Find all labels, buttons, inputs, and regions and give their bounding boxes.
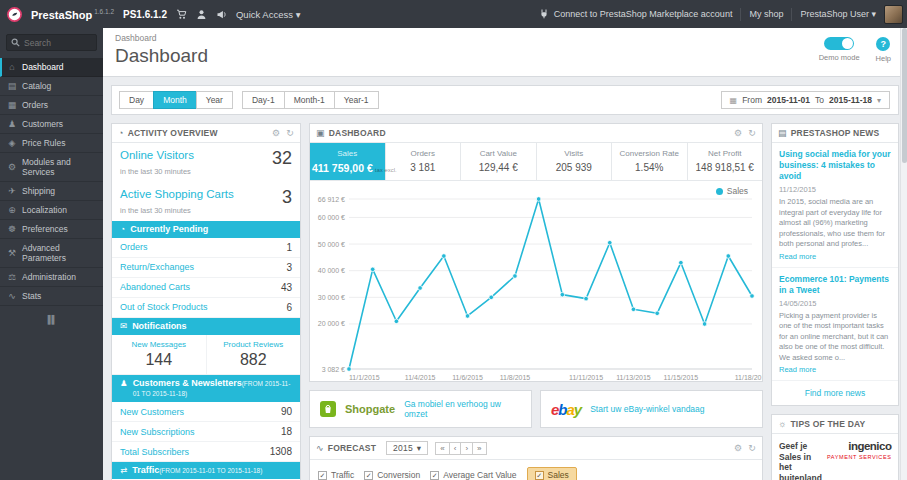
- kpi-net-profit[interactable]: Net Profit 148 918,51 €: [688, 143, 763, 180]
- date-range-picker[interactable]: ▦ From 2015-11-01 To 2015-11-18 ▾: [721, 91, 890, 109]
- new-customers-link[interactable]: New Customers: [120, 407, 184, 417]
- refresh-icon[interactable]: ↻: [286, 128, 294, 138]
- filter-day-button[interactable]: Day: [119, 91, 154, 109]
- marketplace-link[interactable]: Connect to PrestaShop Marketplace accoun…: [539, 9, 733, 19]
- sidebar-item-shipping[interactable]: ✈Shipping: [0, 182, 103, 201]
- sidebar-item-label: Catalog: [22, 81, 51, 91]
- forecast-legend-traffic[interactable]: ✓Traffic: [318, 470, 354, 480]
- news-article-title-link[interactable]: Ecommerce 101: Payments in a Tweet: [779, 274, 891, 296]
- ebay-link[interactable]: Start uw eBay-winkel vandaag: [590, 404, 704, 414]
- new-messages-cell[interactable]: New Messages 144: [112, 335, 206, 374]
- period-button-group: Day Month Year: [120, 91, 233, 109]
- quick-access-menu[interactable]: Quick Access ▾: [236, 9, 300, 20]
- svg-text:50 000 €: 50 000 €: [318, 241, 345, 248]
- svg-text:66 912 €: 66 912 €: [318, 196, 345, 203]
- sidebar-item-catalog[interactable]: ▤Catalog: [0, 77, 103, 96]
- search-input[interactable]: [24, 38, 92, 48]
- read-more-link[interactable]: Read more: [779, 252, 816, 261]
- ebay-logo: ebay: [551, 402, 581, 417]
- out-of-stock-link[interactable]: Out of Stock Products: [120, 302, 208, 312]
- sidebar-item-label: Modules and Services: [22, 157, 96, 177]
- demo-mode-toggle[interactable]: [824, 37, 854, 50]
- active-carts-value: 3: [282, 188, 292, 206]
- sidebar-item-label: Price Rules: [22, 138, 65, 148]
- total-subscribers-link[interactable]: Total Subscribers: [120, 447, 189, 457]
- news-article-title-link[interactable]: Using social media for your business: 4 …: [779, 149, 891, 182]
- sidebar-item-administration[interactable]: ⚖Administration: [0, 268, 103, 287]
- sidebar-collapse-button[interactable]: ▐▌: [0, 306, 103, 333]
- news-article: Using social media for your business: 4 …: [772, 143, 898, 268]
- new-subscriptions-value: 18: [281, 426, 292, 437]
- refresh-icon[interactable]: ↻: [748, 443, 756, 453]
- date-from-label: From: [742, 95, 762, 105]
- profile-icon[interactable]: [196, 9, 207, 20]
- total-subscribers-value: 1308: [270, 446, 292, 457]
- tips-headline: Geef je Sales in het buitenland een Boos…: [779, 441, 822, 480]
- gear-icon[interactable]: ⚙: [272, 128, 280, 138]
- filter-month-button[interactable]: Month: [153, 91, 197, 109]
- pending-orders-link[interactable]: Orders: [120, 242, 148, 252]
- bullhorn-icon[interactable]: [216, 9, 227, 20]
- compare-button-group: Day-1 Month-1 Year-1: [243, 91, 379, 109]
- product-reviews-cell[interactable]: Product Reviews 882: [206, 335, 301, 374]
- shopgate-link[interactable]: Ga mobiel en verhoog uw omzet: [404, 399, 521, 419]
- scrollbar-thumb[interactable]: [902, 28, 907, 163]
- find-more-news-link[interactable]: Find more news: [772, 381, 898, 405]
- chart-legend[interactable]: Sales: [716, 186, 748, 196]
- breadcrumb[interactable]: Dashboard: [115, 33, 895, 43]
- year-select[interactable]: 2015 ▾: [386, 441, 428, 455]
- divider: [791, 8, 792, 21]
- my-shop-link[interactable]: My shop: [749, 9, 783, 19]
- kpi-visits[interactable]: Visits 205 939: [537, 143, 613, 180]
- refresh-icon[interactable]: ↻: [748, 128, 756, 138]
- online-visitors-link[interactable]: Online Visitors: [120, 149, 194, 161]
- forecast-legend-conversion[interactable]: ✓Conversion: [364, 470, 420, 480]
- forecast-legend-average-cart-value[interactable]: ✓Average Cart Value: [430, 470, 516, 480]
- filter-day-1-button[interactable]: Day-1: [242, 91, 285, 109]
- sidebar-item-modules[interactable]: ⚙Modules and Services: [0, 153, 103, 182]
- kpi-orders[interactable]: Orders 3 181: [386, 143, 462, 180]
- new-subscriptions-link[interactable]: New Subscriptions: [120, 427, 195, 437]
- kpi-cart-value[interactable]: Cart Value 129,44 €: [461, 143, 537, 180]
- filter-year-button[interactable]: Year: [196, 91, 233, 109]
- nav-first-button[interactable]: «: [435, 442, 449, 455]
- filter-year-1-button[interactable]: Year-1: [334, 91, 379, 109]
- notification-icon: ✉: [120, 321, 127, 331]
- sidebar-item-label: Dashboard: [22, 62, 64, 72]
- sidebar-item-advanced-parameters[interactable]: ⚒Advanced Parameters: [0, 239, 103, 268]
- pending-row-returns: Return/Exchanges3: [112, 258, 300, 278]
- gear-icon[interactable]: ⚙: [734, 128, 742, 138]
- sidebar-item-preferences[interactable]: ☸Preferences: [0, 220, 103, 239]
- gear-icon[interactable]: ⚙: [734, 443, 742, 453]
- topbar: PrestaShop1.6.1.2 PS1.6.1.2 Quick Access…: [0, 0, 907, 28]
- shop-name[interactable]: PS1.6.1.2: [123, 9, 167, 20]
- kpi-sales[interactable]: Sales 411 759,00 €tax excl.: [310, 143, 386, 180]
- kpi-conversion-rate[interactable]: Conversion Rate 1.54%: [612, 143, 688, 180]
- scrollbar[interactable]: [900, 28, 907, 480]
- demo-mode-control: Demo mode: [819, 37, 860, 63]
- panel-title: PRESTASHOP NEWS: [791, 128, 880, 138]
- nav-last-button[interactable]: »: [472, 442, 486, 455]
- sidebar-item-customers[interactable]: ♟Customers: [0, 115, 103, 134]
- forecast-icon: ∿: [316, 443, 324, 453]
- abandoned-carts-link[interactable]: Abandoned Carts: [120, 282, 190, 292]
- svg-text:30 000 €: 30 000 €: [318, 294, 345, 301]
- read-more-link[interactable]: Read more: [779, 365, 816, 374]
- active-carts-link[interactable]: Active Shopping Carts: [120, 188, 234, 200]
- forecast-legend-sales[interactable]: ✓Sales: [527, 467, 577, 480]
- sidebar-item-stats[interactable]: ∿Stats: [0, 287, 103, 306]
- pending-row-orders: Orders1: [112, 238, 300, 258]
- sidebar-item-dashboard[interactable]: ⌂Dashboard: [0, 58, 103, 77]
- user-avatar[interactable]: [884, 5, 903, 24]
- sidebar-item-price-rules[interactable]: ◈Price Rules: [0, 134, 103, 153]
- filter-month-1-button[interactable]: Month-1: [284, 91, 335, 109]
- pending-returns-link[interactable]: Return/Exchanges: [120, 262, 194, 272]
- prestashop-logo[interactable]: [7, 7, 22, 22]
- tag-icon: ◈: [7, 138, 17, 148]
- sidebar-item-orders[interactable]: ▦Orders: [0, 96, 103, 115]
- help-button[interactable]: ?: [876, 37, 890, 51]
- sidebar-item-localization[interactable]: ⊕Localization: [0, 201, 103, 220]
- sidebar-search[interactable]: [6, 34, 97, 51]
- cart-icon[interactable]: [176, 9, 187, 20]
- user-menu[interactable]: PrestaShop User ▾: [800, 9, 876, 19]
